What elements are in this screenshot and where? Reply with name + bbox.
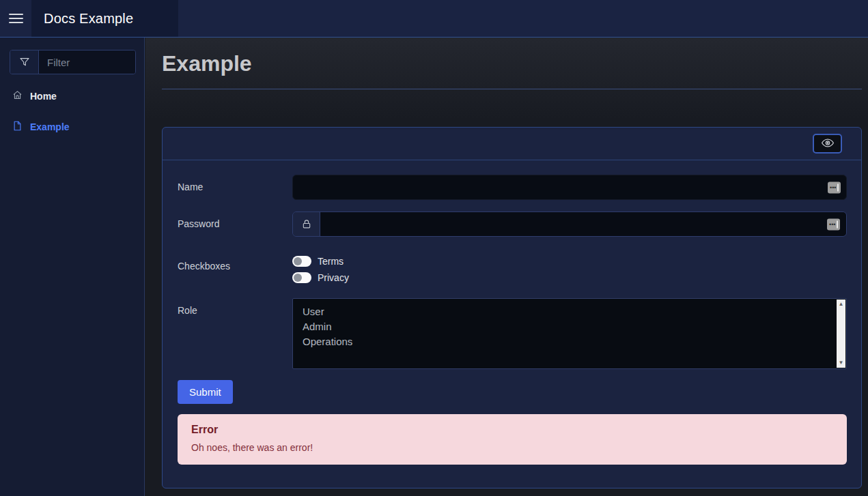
switch-knob [294,257,302,265]
listbox-scrollbar[interactable]: ▲ ▼ [837,300,845,368]
preview-button[interactable] [813,134,842,154]
terms-switch-row: Terms [292,254,847,269]
keyboard-icon[interactable]: ••• [827,218,840,230]
filter-icon [10,50,39,74]
role-option[interactable]: Operations [293,334,846,349]
sidebar-item-home[interactable]: Home [0,85,144,107]
privacy-label: Privacy [318,272,349,283]
switch-knob [294,274,302,282]
hamburger-icon [9,14,23,15]
app-title[interactable]: Docs Example [31,0,178,37]
name-label: Name [178,175,292,200]
privacy-switch-row: Privacy [292,270,847,285]
name-field-row: Name ••• [178,175,847,200]
role-field-row: Role User Admin Operations ▲ ▼ [178,298,847,369]
sidebar-item-example[interactable]: Example [0,116,144,138]
main-content: Example Name ••• [145,38,868,496]
alert-title: Error [191,424,833,436]
sidebar-item-label: Example [30,121,70,132]
file-icon [12,121,23,133]
error-alert: Error Oh noes, there was an error! [178,414,847,465]
role-listbox[interactable]: User Admin Operations ▲ ▼ [292,298,847,369]
eye-icon [821,138,835,150]
checkboxes-label: Checkboxes [178,254,292,287]
role-label: Role [178,298,292,369]
scroll-down-icon[interactable]: ▼ [839,358,844,368]
filter-input[interactable] [39,50,135,74]
password-group: ••• [292,211,847,237]
sidebar-nav: Home Example [0,85,144,138]
page-title: Example [162,51,862,76]
lock-icon [293,212,320,236]
terms-switch[interactable] [292,256,311,267]
divider [162,89,862,89]
filter-group [10,50,136,74]
menu-button[interactable] [0,0,31,37]
password-label: Password [178,211,292,237]
sidebar-item-label: Home [30,91,57,102]
card-body: Name ••• Password [163,160,861,465]
card-header [163,128,861,160]
name-input[interactable] [292,175,847,200]
home-icon [12,90,23,102]
role-option[interactable]: Admin [293,319,846,334]
topbar: Docs Example [0,0,868,38]
example-form-card: Name ••• Password [162,127,862,488]
keyboard-icon[interactable]: ••• [828,181,841,193]
sidebar: Home Example [0,38,145,496]
alert-message: Oh noes, there was an error! [191,442,833,453]
password-input[interactable] [320,212,846,236]
submit-button[interactable]: Submit [178,380,233,404]
role-option[interactable]: User [293,304,846,319]
terms-label: Terms [318,256,344,267]
password-field-row: Password ••• [178,211,847,237]
scroll-up-icon[interactable]: ▲ [839,300,844,309]
checkboxes-field-row: Checkboxes Terms Privacy [178,254,847,287]
privacy-switch[interactable] [292,272,311,283]
